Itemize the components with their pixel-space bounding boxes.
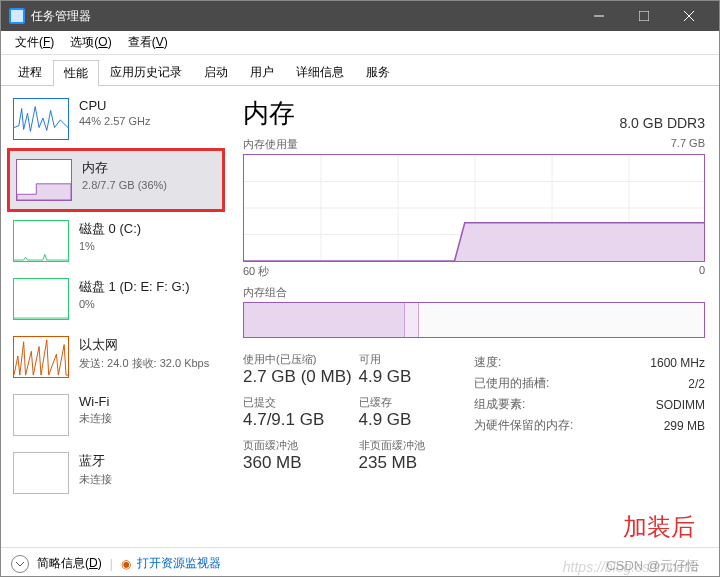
cpu-stat: 44% 2.57 GHz: [79, 115, 151, 127]
window-title: 任务管理器: [31, 8, 576, 25]
form-value: SODIMM: [623, 394, 705, 415]
watermark-user: CSDN @元仔悟: [606, 557, 699, 575]
sidebar-item-cpu[interactable]: CPU 44% 2.57 GHz: [7, 90, 225, 148]
disk0-name: 磁盘 0 (C:): [79, 220, 141, 238]
speed-label: 速度:: [474, 352, 623, 373]
sidebar-item-disk1[interactable]: 磁盘 1 (D: E: F: G:) 0%: [7, 270, 225, 328]
in-use-value: 2.7 GB (0 MB): [243, 367, 359, 387]
collapse-button[interactable]: [11, 555, 29, 573]
brief-info-label[interactable]: 简略信息(D): [37, 555, 102, 572]
slots-label: 已使用的插槽:: [474, 373, 623, 394]
paged-label: 页面缓冲池: [243, 438, 359, 453]
svg-rect-0: [11, 10, 23, 22]
footer: 简略信息(D) | ◉ 打开资源监视器 https://blog.csdn.ne…: [1, 547, 719, 577]
memory-stat: 2.8/7.7 GB (36%): [82, 179, 167, 191]
tab-performance[interactable]: 性能: [53, 60, 99, 86]
bluetooth-name: 蓝牙: [79, 452, 112, 470]
reserved-label: 为硬件保留的内存:: [474, 415, 623, 436]
nonpaged-value: 235 MB: [359, 453, 475, 473]
sidebar-item-wifi[interactable]: Wi-Fi 未连接: [7, 386, 225, 444]
cached-value: 4.9 GB: [359, 410, 475, 430]
cpu-thumb-icon: [13, 98, 69, 140]
available-label: 可用: [359, 352, 475, 367]
memory-usage-chart: [243, 154, 705, 262]
comp-label: 内存组合: [243, 285, 287, 300]
titlebar: 任务管理器: [1, 1, 719, 31]
main: CPU 44% 2.57 GHz 内存 2.8/7.7 GB (36%) 磁盘 …: [1, 86, 719, 547]
menu-options[interactable]: 选项(O): [62, 32, 119, 53]
tab-processes[interactable]: 进程: [7, 59, 53, 85]
reserved-value: 299 MB: [623, 415, 705, 436]
usage-label: 内存使用量: [243, 137, 298, 152]
wifi-thumb-icon: [13, 394, 69, 436]
disk1-stat: 0%: [79, 298, 190, 310]
nonpaged-label: 非页面缓冲池: [359, 438, 475, 453]
usage-max: 7.7 GB: [671, 137, 705, 152]
sidebar-item-ethernet[interactable]: 以太网 发送: 24.0 接收: 32.0 Kbps: [7, 328, 225, 386]
resource-monitor-icon: ◉: [121, 557, 131, 571]
menu-file[interactable]: 文件(F): [7, 32, 62, 53]
cached-label: 已缓存: [359, 395, 475, 410]
sidebar-item-bluetooth[interactable]: 蓝牙 未连接: [7, 444, 225, 502]
app-icon: [9, 8, 25, 24]
sidebar-item-memory[interactable]: 内存 2.8/7.7 GB (36%): [7, 148, 225, 212]
memory-name: 内存: [82, 159, 167, 177]
detail-pane: 内存 8.0 GB DDR3 内存使用量 7.7 GB 60 秒 0 内存组合: [229, 86, 719, 547]
disk1-thumb-icon: [13, 278, 69, 320]
ethernet-thumb-icon: [13, 336, 69, 378]
menubar: 文件(F) 选项(O) 查看(V): [1, 31, 719, 55]
ethernet-name: 以太网: [79, 336, 209, 354]
tabbar: 进程 性能 应用历史记录 启动 用户 详细信息 服务: [1, 55, 719, 86]
menu-view[interactable]: 查看(V): [120, 32, 176, 53]
maximize-button[interactable]: [621, 1, 666, 31]
disk0-thumb-icon: [13, 220, 69, 262]
svg-rect-2: [639, 11, 649, 21]
paged-value: 360 MB: [243, 453, 359, 473]
close-button[interactable]: [666, 1, 711, 31]
tab-startup[interactable]: 启动: [193, 59, 239, 85]
tab-app-history[interactable]: 应用历史记录: [99, 59, 193, 85]
disk0-stat: 1%: [79, 240, 141, 252]
committed-label: 已提交: [243, 395, 359, 410]
chevron-down-icon: [15, 559, 25, 569]
memory-composition-chart: [243, 302, 705, 338]
available-value: 4.9 GB: [359, 367, 475, 387]
form-label: 组成要素:: [474, 394, 623, 415]
bluetooth-stat: 未连接: [79, 472, 112, 487]
speed-value: 1600 MHz: [623, 352, 705, 373]
sidebar: CPU 44% 2.57 GHz 内存 2.8/7.7 GB (36%) 磁盘 …: [1, 86, 229, 547]
wifi-name: Wi-Fi: [79, 394, 112, 409]
committed-value: 4.7/9.1 GB: [243, 410, 359, 430]
tab-services[interactable]: 服务: [355, 59, 401, 85]
axis-right: 0: [699, 264, 705, 279]
separator: |: [110, 557, 113, 571]
disk1-name: 磁盘 1 (D: E: F: G:): [79, 278, 190, 296]
annotation-text: 加装后: [623, 511, 695, 543]
watermark-url: https://blog.csdn.net/c: [563, 559, 699, 575]
minimize-button[interactable]: [576, 1, 621, 31]
bluetooth-thumb-icon: [13, 452, 69, 494]
tab-users[interactable]: 用户: [239, 59, 285, 85]
open-resource-monitor-link[interactable]: 打开资源监视器: [137, 555, 221, 572]
cpu-name: CPU: [79, 98, 151, 113]
in-use-label: 使用中(已压缩): [243, 352, 359, 367]
tab-details[interactable]: 详细信息: [285, 59, 355, 85]
wifi-stat: 未连接: [79, 411, 112, 426]
ethernet-stat: 发送: 24.0 接收: 32.0 Kbps: [79, 356, 209, 371]
window-controls: [576, 1, 711, 31]
sidebar-item-disk0[interactable]: 磁盘 0 (C:) 1%: [7, 212, 225, 270]
detail-title: 内存: [243, 96, 295, 131]
axis-left: 60 秒: [243, 264, 269, 279]
detail-spec: 8.0 GB DDR3: [619, 115, 705, 131]
memory-thumb-icon: [16, 159, 72, 201]
slots-value: 2/2: [623, 373, 705, 394]
